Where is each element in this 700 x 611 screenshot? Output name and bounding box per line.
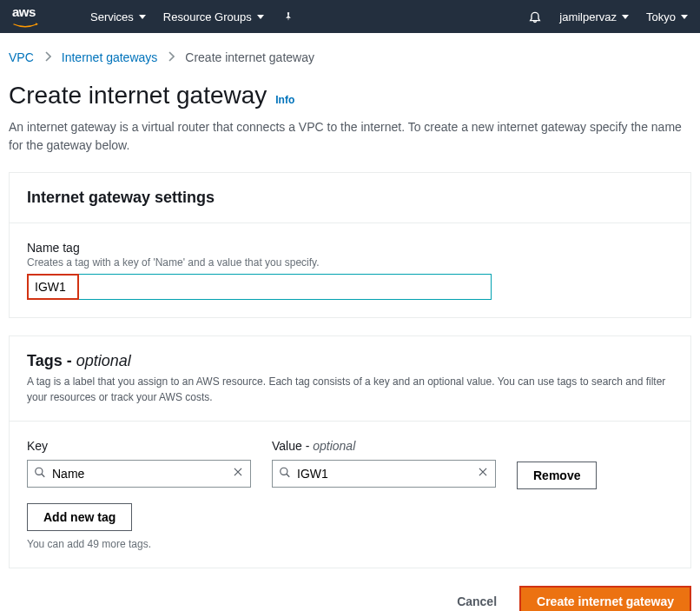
tags-panel-description: A tag is a label that you assign to an A… bbox=[27, 374, 673, 405]
bell-icon bbox=[528, 10, 542, 23]
nav-services[interactable]: Services bbox=[82, 10, 155, 23]
breadcrumb-internet-gateways[interactable]: Internet gateways bbox=[62, 50, 158, 64]
tag-row: Key Value - optional bbox=[27, 439, 673, 489]
name-tag-help: Creates a tag with a key of 'Name' and a… bbox=[27, 256, 673, 269]
nav-resource-groups-label: Resource Groups bbox=[163, 10, 252, 23]
aws-swoosh-icon bbox=[12, 23, 38, 30]
add-tag-button[interactable]: Add new tag bbox=[27, 503, 132, 531]
breadcrumb: VPC Internet gateways Create internet ga… bbox=[0, 33, 700, 73]
tag-key-input[interactable] bbox=[27, 460, 251, 488]
svg-point-0 bbox=[36, 468, 43, 475]
top-nav: aws Services Resource Groups jamilpervaz… bbox=[0, 0, 700, 33]
name-tag-label: Name tag bbox=[27, 241, 673, 255]
aws-logo-text: aws bbox=[12, 4, 36, 19]
chevron-right-icon bbox=[44, 50, 51, 64]
settings-panel-title: Internet gateway settings bbox=[27, 189, 673, 207]
nav-user-label: jamilpervaz bbox=[559, 10, 617, 23]
clear-icon[interactable] bbox=[477, 466, 489, 481]
nav-user-menu[interactable]: jamilpervaz bbox=[551, 10, 637, 23]
chevron-down-icon bbox=[139, 15, 146, 19]
page-title: Create internet gateway bbox=[9, 82, 267, 110]
chevron-down-icon bbox=[257, 15, 264, 19]
breadcrumb-current: Create internet gateway bbox=[185, 50, 314, 64]
chevron-down-icon bbox=[681, 15, 688, 19]
nav-pin[interactable] bbox=[273, 10, 304, 23]
settings-panel-header: Internet gateway settings bbox=[10, 173, 690, 223]
page-description: An internet gateway is a virtual router … bbox=[9, 118, 691, 155]
footer-actions: Cancel Create internet gateway bbox=[0, 586, 700, 611]
nav-services-label: Services bbox=[90, 10, 134, 23]
chevron-right-icon bbox=[168, 50, 175, 64]
tag-key-label: Key bbox=[27, 439, 251, 453]
nav-resource-groups[interactable]: Resource Groups bbox=[155, 10, 273, 23]
search-icon bbox=[34, 467, 46, 481]
remove-tag-button[interactable]: Remove bbox=[517, 462, 597, 489]
nav-region-menu[interactable]: Tokyo bbox=[637, 10, 688, 23]
tags-panel-header: Tags - optional A tag is a label that yo… bbox=[10, 336, 690, 422]
create-internet-gateway-button[interactable]: Create internet gateway bbox=[519, 586, 691, 611]
tags-hint: You can add 49 more tags. bbox=[27, 538, 673, 550]
pin-icon bbox=[281, 10, 295, 23]
tags-panel: Tags - optional A tag is a label that yo… bbox=[9, 335, 691, 568]
search-icon bbox=[279, 467, 291, 481]
name-tag-input[interactable] bbox=[27, 274, 492, 300]
settings-panel: Internet gateway settings Name tag Creat… bbox=[9, 172, 691, 318]
svg-point-1 bbox=[281, 468, 287, 475]
cancel-button[interactable]: Cancel bbox=[446, 594, 507, 608]
tag-value-label: Value - optional bbox=[272, 439, 496, 453]
nav-notifications[interactable] bbox=[519, 10, 551, 23]
chevron-down-icon bbox=[622, 15, 629, 19]
breadcrumb-vpc[interactable]: VPC bbox=[9, 50, 34, 64]
page-header: Create internet gateway Info An internet… bbox=[0, 73, 700, 155]
tags-panel-title: Tags - optional bbox=[27, 352, 673, 370]
aws-logo[interactable]: aws bbox=[12, 4, 47, 30]
nav-region-label: Tokyo bbox=[646, 10, 676, 23]
info-link[interactable]: Info bbox=[275, 94, 294, 106]
clear-icon[interactable] bbox=[232, 466, 244, 481]
tag-value-input[interactable] bbox=[272, 460, 496, 488]
